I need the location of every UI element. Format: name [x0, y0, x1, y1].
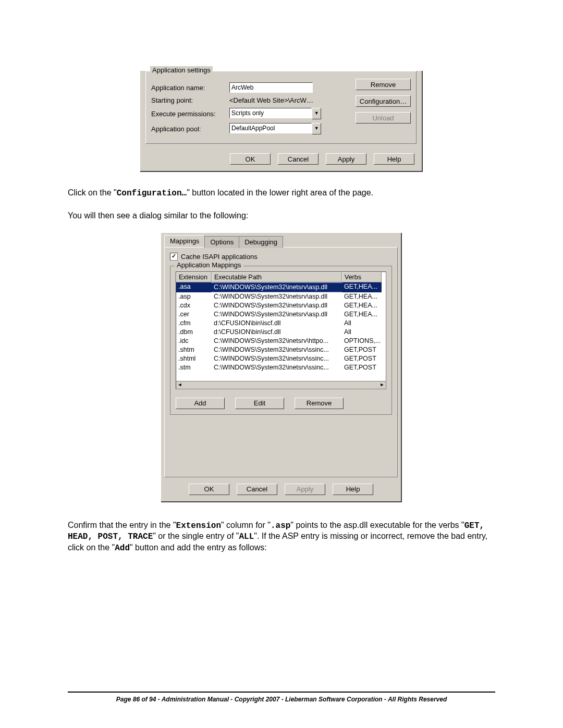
execute-perm-select[interactable]: ▼ — [229, 108, 321, 119]
cancel-button[interactable]: Cancel — [237, 484, 277, 495]
application-settings-groupbox: Application settings Application name: S… — [145, 71, 417, 144]
scroll-right-icon[interactable]: ► — [378, 382, 386, 388]
groupbox-title: Application settings — [150, 66, 213, 74]
edit-button[interactable]: Edit — [235, 398, 284, 409]
cache-isapi-label: Cache ISAPI applications — [181, 253, 258, 261]
table-row[interactable]: .stmC:\WINDOWS\System32\inetsrv\ssinc...… — [176, 363, 386, 372]
mappings-listview[interactable]: Extension Executable Path Verbs .asaC:\W… — [176, 272, 386, 389]
remove-button[interactable]: Remove — [356, 79, 411, 90]
application-settings-dialog: Application settings Application name: S… — [140, 71, 423, 172]
paragraph-2: You will then see a dialog similar to th… — [68, 211, 495, 221]
chevron-down-icon[interactable]: ▼ — [312, 108, 321, 119]
execute-perm-label: Execute permissions: — [151, 110, 229, 118]
remove-mapping-button[interactable]: Remove — [295, 398, 344, 409]
apply-button[interactable]: Apply — [326, 153, 366, 165]
app-name-label: Application name: — [151, 84, 229, 92]
listview-empty-row — [176, 372, 386, 381]
col-verbs[interactable]: Verbs — [342, 272, 382, 282]
table-row[interactable]: .cfmd:\CFUSION\bin\iscf.dllAll — [176, 319, 386, 328]
tab-debugging[interactable]: Debugging — [239, 236, 283, 248]
ok-button[interactable]: OK — [230, 153, 271, 165]
table-row[interactable]: .cdxC:\WINDOWS\System32\inetsrv\asp.dllG… — [176, 301, 386, 310]
app-name-input[interactable] — [229, 82, 313, 93]
tab-options[interactable]: Options — [204, 236, 239, 248]
paragraph-1: Click on the "Configuration…" button loc… — [68, 188, 495, 199]
help-button[interactable]: Help — [333, 484, 373, 495]
tab-mappings[interactable]: Mappings — [164, 235, 205, 247]
tab-strip: Mappings Options Debugging — [161, 233, 401, 247]
mappings-panel: ✓ Cache ISAPI applications Application M… — [164, 247, 398, 477]
table-row[interactable]: .shtmC:\WINDOWS\System32\inetsrv\ssinc..… — [176, 346, 386, 354]
cancel-button[interactable]: Cancel — [278, 153, 319, 165]
execute-perm-input[interactable] — [229, 108, 312, 118]
add-button[interactable]: Add — [176, 398, 225, 409]
cache-isapi-checkbox[interactable]: ✓ Cache ISAPI applications — [170, 253, 392, 261]
app-config-dialog: Mappings Options Debugging ✓ Cache ISAPI… — [161, 233, 402, 502]
app-pool-label: Application pool: — [151, 125, 229, 133]
apply-button: Apply — [285, 484, 325, 495]
listview-header: Extension Executable Path Verbs — [176, 272, 386, 282]
unload-button: Unload — [356, 112, 411, 124]
table-row[interactable]: .shtmlC:\WINDOWS\System32\inetsrv\ssinc.… — [176, 354, 386, 363]
table-row[interactable]: .dbmd:\CFUSION\bin\iscf.dllAll — [176, 328, 386, 337]
table-row[interactable]: .idcC:\WINDOWS\System32\inetsrv\httpo...… — [176, 337, 386, 346]
chevron-down-icon[interactable]: ▼ — [312, 123, 321, 134]
app-pool-select[interactable]: ▼ — [229, 123, 321, 134]
ok-button[interactable]: OK — [189, 484, 229, 495]
app-pool-input[interactable] — [229, 123, 312, 133]
help-button[interactable]: Help — [374, 153, 414, 165]
app-mappings-fieldset: Application Mappings Extension Executabl… — [170, 266, 392, 415]
col-exec-path[interactable]: Executable Path — [212, 272, 342, 282]
table-row[interactable]: .cerC:\WINDOWS\System32\inetsrv\asp.dllG… — [176, 310, 386, 319]
col-extension[interactable]: Extension — [176, 272, 212, 282]
paragraph-3: Confirm that the entry in the "Extension… — [68, 520, 495, 554]
configuration-button[interactable]: Configuration… — [356, 95, 411, 107]
horizontal-scrollbar[interactable]: ◄ ► — [176, 381, 386, 389]
table-row[interactable]: .asaC:\WINDOWS\System32\inetsrv\asp.dllG… — [176, 282, 386, 292]
scroll-left-icon[interactable]: ◄ — [176, 382, 183, 388]
table-row[interactable]: .aspC:\WINDOWS\System32\inetsrv\asp.dllG… — [176, 292, 386, 301]
starting-point-label: Starting point: — [151, 96, 229, 104]
page-footer: Page 86 of 94 - Administration Manual - … — [68, 692, 495, 703]
fieldset-title: Application Mappings — [175, 261, 243, 269]
check-icon[interactable]: ✓ — [170, 253, 178, 261]
starting-point-value: <Default Web Site>\ArcW… — [229, 96, 313, 104]
